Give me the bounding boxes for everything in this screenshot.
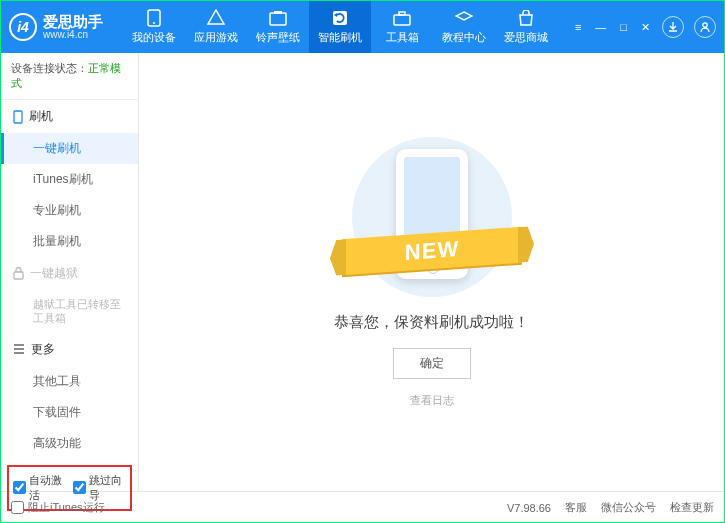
nav-apps[interactable]: 应用游戏 [185,1,247,53]
window-controls: ≡ — □ ✕ [573,16,716,38]
section-jailbreak[interactable]: 一键越狱 [1,257,138,290]
opt-auto-activate[interactable]: 自动激活 [13,473,67,503]
user-button[interactable] [694,16,716,38]
menu-icon[interactable]: ≡ [573,19,583,35]
svg-rect-5 [394,15,410,25]
svg-point-7 [703,23,707,27]
update-link[interactable]: 检查更新 [670,500,714,515]
sidebar-item-download[interactable]: 下载固件 [1,397,138,428]
section-more[interactable]: 更多 [1,333,138,366]
phone-icon [13,110,23,124]
version-label: V7.98.66 [507,502,551,514]
nav-flash[interactable]: 智能刷机 [309,1,371,53]
section-flash[interactable]: 刷机 [1,100,138,133]
sidebar-item-adv[interactable]: 高级功能 [1,428,138,459]
opt-skip-guide[interactable]: 跳过向导 [73,473,127,503]
wallpaper-icon [269,9,287,27]
main-panel: NEW 恭喜您，保资料刷机成功啦！ 确定 查看日志 [139,53,724,491]
sidebar-item-oneclick[interactable]: 一键刷机 [1,133,138,164]
sidebar-item-itunes[interactable]: iTunes刷机 [1,164,138,195]
app-url: www.i4.cn [43,29,103,40]
close-icon[interactable]: ✕ [639,19,652,36]
apps-icon [207,9,225,27]
download-button[interactable] [662,16,684,38]
titlebar: i4 爱思助手 www.i4.cn 我的设备 应用游戏 铃声壁纸 智能刷机 工具… [1,1,724,53]
service-link[interactable]: 客服 [565,500,587,515]
maximize-icon[interactable]: □ [618,19,629,35]
app-name: 爱思助手 [43,14,103,29]
svg-rect-3 [274,11,282,14]
logo-icon: i4 [9,13,37,41]
nav-tutorial[interactable]: 教程中心 [433,1,495,53]
nav-toolbox[interactable]: 工具箱 [371,1,433,53]
list-icon [13,344,25,354]
svg-rect-6 [399,12,405,15]
sidebar-item-pro[interactable]: 专业刷机 [1,195,138,226]
lock-icon [13,267,24,280]
svg-rect-2 [270,13,286,25]
success-illustration: NEW [332,137,532,297]
sidebar-item-batch[interactable]: 批量刷机 [1,226,138,257]
nav-device[interactable]: 我的设备 [123,1,185,53]
nav-store[interactable]: 爱思商城 [495,1,557,53]
toolbox-icon [393,9,411,27]
sidebar: 设备连接状态：正常模式 刷机 一键刷机 iTunes刷机 专业刷机 批量刷机 一… [1,53,139,491]
device-icon [145,9,163,27]
svg-rect-8 [14,111,22,123]
svg-rect-4 [333,11,347,25]
success-message: 恭喜您，保资料刷机成功啦！ [334,313,529,332]
view-log-link[interactable]: 查看日志 [410,393,454,408]
block-itunes-checkbox[interactable]: 阻止iTunes运行 [11,500,105,515]
store-icon [517,9,535,27]
wechat-link[interactable]: 微信公众号 [601,500,656,515]
flash-icon [331,9,349,27]
main-nav: 我的设备 应用游戏 铃声壁纸 智能刷机 工具箱 教程中心 爱思商城 [123,1,557,53]
svg-rect-9 [14,272,23,279]
nav-ringtone[interactable]: 铃声壁纸 [247,1,309,53]
jailbreak-note: 越狱工具已转移至工具箱 [1,290,138,333]
app-logo: i4 爱思助手 www.i4.cn [9,13,103,41]
connection-status: 设备连接状态：正常模式 [1,53,138,100]
tutorial-icon [455,9,473,27]
minimize-icon[interactable]: — [593,19,608,35]
svg-point-1 [153,22,155,24]
sidebar-item-other[interactable]: 其他工具 [1,366,138,397]
ok-button[interactable]: 确定 [393,348,471,379]
